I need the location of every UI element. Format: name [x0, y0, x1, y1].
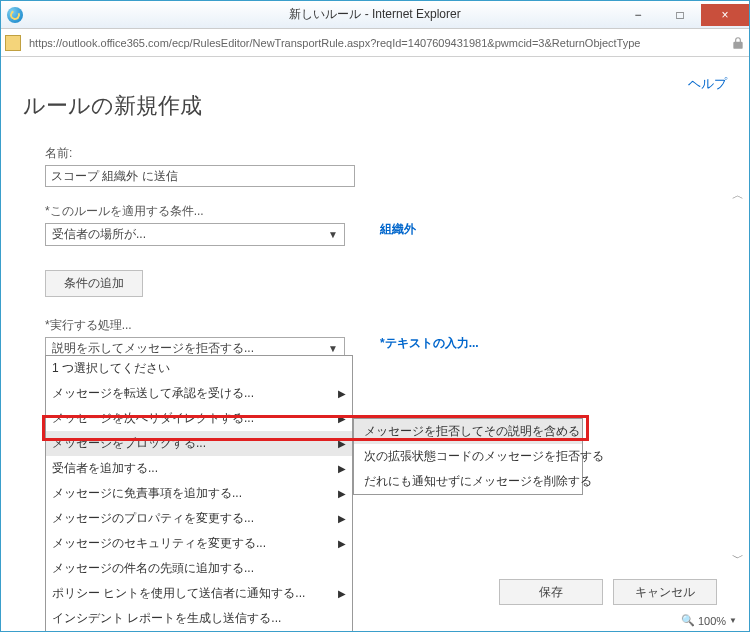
lock-icon	[731, 36, 745, 50]
list-item[interactable]: メッセージのプロパティを変更する...▶	[46, 506, 352, 531]
maximize-button[interactable]: □	[659, 4, 701, 26]
list-item[interactable]: 1 つ選択してください	[46, 356, 352, 381]
condition-value-link[interactable]: 組織外	[380, 221, 416, 238]
help-link[interactable]: ヘルプ	[688, 75, 727, 93]
submenu-item-reject-code[interactable]: 次の拡張状態コードのメッセージを拒否する	[354, 444, 582, 469]
submenu-item-delete-silent[interactable]: だれにも通知せずにメッセージを削除する	[354, 469, 582, 494]
chevron-right-icon: ▶	[338, 413, 346, 424]
magnifier-icon: 🔍	[681, 614, 695, 627]
name-label: 名前:	[45, 145, 727, 162]
chevron-down-icon: ▼	[328, 343, 338, 354]
list-item[interactable]: メッセージを次へリダイレクトする...▶	[46, 406, 352, 431]
cancel-button[interactable]: キャンセル	[613, 579, 717, 605]
ie-icon	[7, 7, 23, 23]
zoom-indicator[interactable]: 🔍 100% ▼	[681, 614, 737, 627]
submenu-item-reject-explain[interactable]: メッセージを拒否してその説明を含める	[354, 419, 582, 444]
chevron-right-icon: ▶	[338, 438, 346, 449]
address-bar	[1, 29, 749, 57]
block-submenu: メッセージを拒否してその説明を含める 次の拡張状態コードのメッセージを拒否する …	[353, 418, 583, 495]
chevron-down-icon: ▼	[328, 229, 338, 240]
rule-name-input[interactable]	[45, 165, 355, 187]
page-title: ルールの新規作成	[23, 91, 727, 121]
scrollbar[interactable]: ︿ ﹀	[729, 187, 747, 567]
list-item-block-message[interactable]: メッセージをブロックする...▶	[46, 431, 352, 456]
chevron-down-icon: ▼	[729, 616, 737, 625]
chevron-right-icon: ▶	[338, 463, 346, 474]
action-text-link[interactable]: *テキストの入力...	[380, 335, 479, 352]
url-input[interactable]	[25, 37, 727, 49]
minimize-button[interactable]: −	[617, 4, 659, 26]
scroll-up-icon[interactable]: ︿	[729, 187, 747, 204]
chevron-right-icon: ▶	[338, 513, 346, 524]
chevron-right-icon: ▶	[338, 388, 346, 399]
titlebar: 新しいルール - Internet Explorer − □ ×	[1, 1, 749, 29]
list-item[interactable]: インシデント レポートを生成し送信する...	[46, 606, 352, 631]
chevron-right-icon: ▶	[338, 588, 346, 599]
scroll-down-icon[interactable]: ﹀	[729, 550, 747, 567]
list-item[interactable]: メッセージのセキュリティを変更する...▶	[46, 531, 352, 556]
action-label: 実行する処理...	[45, 317, 727, 334]
condition-value: 受信者の場所が...	[52, 226, 146, 243]
folder-icon	[5, 35, 21, 51]
condition-label: このルールを適用する条件...	[45, 203, 727, 220]
list-item[interactable]: メッセージを転送して承認を受ける...▶	[46, 381, 352, 406]
list-item[interactable]: ポリシー ヒントを使用して送信者に通知する...▶	[46, 581, 352, 606]
list-item[interactable]: メッセージに免責事項を追加する...▶	[46, 481, 352, 506]
condition-dropdown[interactable]: 受信者の場所が... ▼	[45, 223, 345, 246]
action-dropdown-list: 1 つ選択してください メッセージを転送して承認を受ける...▶ メッセージを次…	[45, 355, 353, 631]
list-item[interactable]: 受信者を追加する...▶	[46, 456, 352, 481]
close-button[interactable]: ×	[701, 4, 749, 26]
chevron-right-icon: ▶	[338, 488, 346, 499]
window-title: 新しいルール - Internet Explorer	[289, 6, 460, 23]
save-button[interactable]: 保存	[499, 579, 603, 605]
list-item[interactable]: メッセージの件名の先頭に追加する...	[46, 556, 352, 581]
chevron-right-icon: ▶	[338, 538, 346, 549]
add-condition-button[interactable]: 条件の追加	[45, 270, 143, 297]
